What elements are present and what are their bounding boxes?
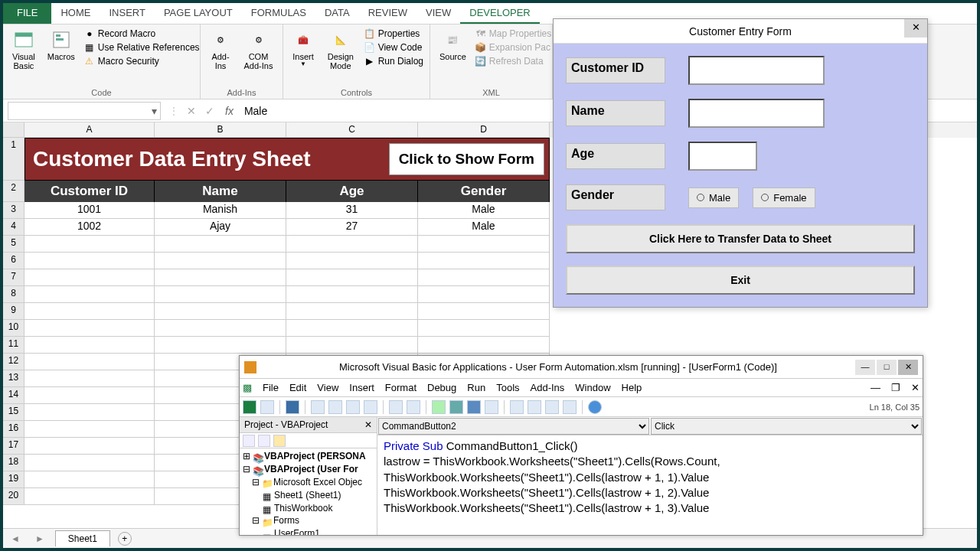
cancel-icon[interactable]: ✕ [187,105,196,117]
cell[interactable] [24,337,155,354]
cell[interactable] [24,269,155,286]
cell[interactable] [24,236,155,253]
tab-home[interactable]: HOME [51,3,100,24]
tab-data[interactable]: DATA [315,3,359,24]
row-header[interactable]: 9 [3,303,24,320]
addins-button[interactable]: ⚙Add-Ins [205,28,236,72]
cell[interactable] [286,286,418,303]
minimize-icon[interactable]: — [855,360,875,375]
cell[interactable] [24,320,155,337]
toolbar-icon[interactable] [260,400,274,414]
nav-next-icon[interactable]: ► [28,533,52,544]
cell[interactable] [286,337,418,354]
row-header[interactable]: 14 [3,387,24,404]
sheet-tab[interactable]: Sheet1 [55,530,110,546]
com-addins-button[interactable]: ⚙COM Add-Ins [239,28,278,72]
cell[interactable] [155,269,286,286]
row-header[interactable]: 11 [3,337,24,354]
cell[interactable] [24,303,155,320]
undo-icon[interactable] [389,400,403,414]
radio-male[interactable]: Male [688,187,739,208]
close-pane-icon[interactable]: ✕ [364,419,372,430]
cell[interactable]: 27 [286,219,418,236]
customer-id-field[interactable] [688,56,825,85]
mdi-minimize-icon[interactable]: — [871,382,880,393]
tree-item[interactable]: UserForm1 [274,527,320,535]
cell[interactable]: Ajay [155,219,286,236]
row-header[interactable]: 6 [3,253,24,269]
col-header[interactable]: D [418,122,550,138]
cell[interactable] [418,337,550,354]
radio-female[interactable]: Female [753,187,815,208]
cell[interactable] [24,253,155,269]
cell[interactable] [155,286,286,303]
cell[interactable] [418,253,550,269]
row-header[interactable]: 12 [3,354,24,370]
cell[interactable] [286,320,418,337]
row-header[interactable]: 2 [3,181,24,202]
cell[interactable] [418,303,550,320]
project-explorer-icon[interactable] [510,400,524,414]
cell[interactable] [286,253,418,269]
row-header[interactable]: 15 [3,404,24,421]
cell[interactable]: Manish [155,202,286,219]
file-tab[interactable]: FILE [3,3,51,24]
row-header[interactable]: 3 [3,202,24,219]
menu-window[interactable]: Window [575,382,610,393]
cell[interactable] [418,320,550,337]
source-button[interactable]: 📰Source [435,28,471,67]
col-header[interactable]: B [155,122,286,138]
cell[interactable] [24,455,155,471]
cell[interactable]: Male [418,202,550,219]
macro-security-button[interactable]: ⚠Macro Security [83,55,201,67]
row-header[interactable]: 19 [3,471,24,488]
mdi-restore-icon[interactable]: ❐ [891,382,900,393]
folder-toggle-icon[interactable] [273,435,286,447]
cell[interactable] [155,303,286,320]
tab-developer[interactable]: DEVELOPER [460,3,539,24]
cell[interactable]: Male [418,219,550,236]
row-header[interactable]: 20 [3,488,24,505]
cell[interactable]: 1002 [24,219,155,236]
cell[interactable] [24,286,155,303]
copy-icon[interactable] [328,400,342,414]
properties-window-icon[interactable] [528,400,541,414]
enter-icon[interactable]: ✓ [205,105,214,117]
cell[interactable]: 1001 [24,202,155,219]
cut-icon[interactable] [311,400,325,414]
name-field[interactable] [688,99,825,128]
design-mode-button[interactable]: 📐Design Mode [322,28,360,72]
row-header[interactable]: 5 [3,236,24,253]
row-header[interactable]: 7 [3,269,24,286]
object-browser-icon[interactable] [545,400,559,414]
menu-run[interactable]: Run [467,382,485,393]
cell[interactable] [24,354,155,370]
code-editor[interactable]: Private Sub CommandButton1_Click()lastro… [377,435,923,535]
view-object-icon[interactable] [258,435,270,447]
visual-basic-button[interactable]: Visual Basic [8,28,40,72]
close-icon[interactable]: ✕ [904,19,927,37]
vba-titlebar[interactable]: Microsoft Visual Basic for Applications … [240,356,923,379]
cell[interactable] [155,236,286,253]
cell[interactable] [418,269,550,286]
menu-addins[interactable]: Add-Ins [531,382,565,393]
relative-refs-button[interactable]: ▦Use Relative References [83,41,201,54]
cell[interactable] [155,253,286,269]
tree-item[interactable]: Sheet1 (Sheet1) [274,489,341,502]
add-sheet-button[interactable]: + [118,532,132,546]
excel-icon[interactable]: ▩ [243,382,252,393]
menu-edit[interactable]: Edit [289,382,306,393]
cell[interactable] [286,303,418,320]
cell[interactable] [24,387,155,404]
paste-icon[interactable] [346,400,360,414]
row-header[interactable]: 4 [3,219,24,236]
toolbox-icon[interactable] [563,400,577,414]
menu-view[interactable]: View [317,382,338,393]
insert-control-button[interactable]: 🧰Insert▼ [288,28,318,72]
tab-insert[interactable]: INSERT [100,3,154,24]
cell[interactable] [155,320,286,337]
cell[interactable] [24,421,155,438]
run-dialog-button[interactable]: ▶Run Dialog [363,55,425,67]
cell[interactable] [286,236,418,253]
run-icon[interactable] [432,400,446,414]
